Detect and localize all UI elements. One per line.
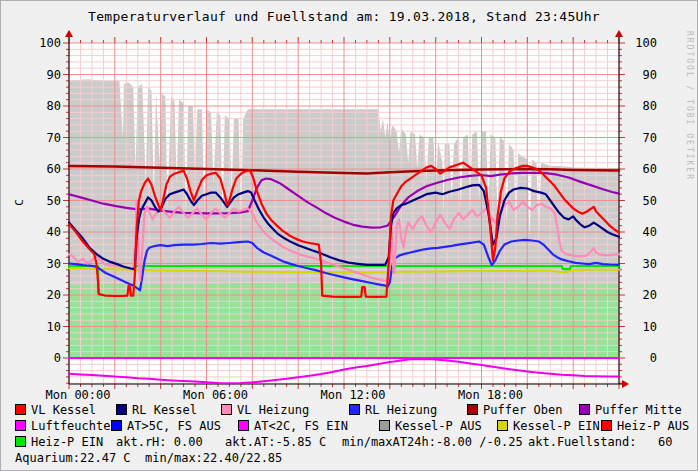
legend-swatch-icon <box>497 420 508 431</box>
y-tick-label: 100 <box>27 36 61 50</box>
legend-label: Puffer Oben <box>483 403 562 417</box>
legend-label: AT>5C, FS AUS <box>127 419 221 433</box>
x-tick-label: Mon 00:00 <box>33 388 123 402</box>
y-tick-label: 90 <box>623 68 657 82</box>
y-tick-label: 30 <box>27 257 61 271</box>
legend-label: Kessel-P AUS <box>395 419 482 433</box>
legend-swatch-icon <box>15 436 26 447</box>
legend-item: AT>5C, FS AUS <box>111 420 221 433</box>
legend-label: akt.Fuellstand: 60 <box>528 435 673 449</box>
legend-label: Heiz-P EIN <box>31 435 103 449</box>
y-tick-label: 60 <box>623 162 657 176</box>
y-tick-label: 100 <box>623 36 657 50</box>
legend-label: RL Heizung <box>365 403 437 417</box>
legend-item: Kessel-P AUS <box>379 420 482 433</box>
legend-swatch-icon <box>349 404 360 415</box>
rrdtool-graph: Temperaturverlauf und Fuellstand am: 19.… <box>0 0 698 471</box>
legend-item: VL Kessel <box>15 404 96 417</box>
legend-swatch-icon <box>379 420 390 431</box>
stat-text: min/maxAT24h:-8.00 /-0.25 <box>342 436 523 449</box>
legend-item: AT<2C, FS EIN <box>238 420 348 433</box>
legend-label: VL Heizung <box>237 403 309 417</box>
stat-text: akt.rH: 0.00 <box>116 436 203 449</box>
y-tick-label: 0 <box>623 351 657 365</box>
legend-swatch-icon <box>221 404 232 415</box>
y-tick-label: 30 <box>623 257 657 271</box>
legend-label: RL Kessel <box>132 403 197 417</box>
legend-swatch-icon <box>579 404 590 415</box>
y-tick-label: 80 <box>27 99 61 113</box>
legend-swatch-icon <box>467 404 478 415</box>
y-tick-label: 40 <box>27 225 61 239</box>
legend-swatch-icon <box>238 420 249 431</box>
legend-item: Puffer Oben <box>467 404 562 417</box>
x-tick-label: Mon 12:00 <box>308 388 398 402</box>
y-tick-label: 50 <box>27 194 61 208</box>
y-tick-label: 10 <box>623 320 657 334</box>
y-tick-label: 90 <box>27 68 61 82</box>
y-tick-label: 40 <box>623 225 657 239</box>
legend-label: Aquarium:22.47 C min/max:22.40/22.85 <box>15 451 282 465</box>
legend-item: RL Heizung <box>349 404 437 417</box>
stat-text: akt.AT:-5.85 C <box>225 436 326 449</box>
y-tick-label: 70 <box>623 131 657 145</box>
legend-label: Heiz-P AUS <box>617 419 689 433</box>
legend-label: akt.AT:-5.85 C <box>225 435 326 449</box>
y-tick-label: 80 <box>623 99 657 113</box>
legend-item: Puffer Mitte <box>579 404 682 417</box>
chart-canvas <box>1 1 698 401</box>
legend-item: Heiz-P AUS <box>601 420 689 433</box>
x-tick-label: Mon 18:00 <box>446 388 536 402</box>
y-tick-label: 20 <box>27 288 61 302</box>
legend-swatch-icon <box>116 404 127 415</box>
legend-swatch-icon <box>15 404 26 415</box>
legend-label: VL Kessel <box>31 403 96 417</box>
legend-label: Puffer Mitte <box>595 403 682 417</box>
legend-item: Kessel-P EIN <box>497 420 600 433</box>
y-tick-label: 60 <box>27 162 61 176</box>
legend-label: Luftfeuchte <box>31 419 110 433</box>
stat-text: Aquarium:22.47 C min/max:22.40/22.85 <box>15 452 282 465</box>
legend-swatch-icon <box>15 420 26 431</box>
y-tick-label: 10 <box>27 320 61 334</box>
legend-item: VL Heizung <box>221 404 309 417</box>
legend-label: AT<2C, FS EIN <box>254 419 348 433</box>
x-tick-label: Mon 06:00 <box>171 388 261 402</box>
stat-text: akt.Fuellstand: 60 <box>528 436 673 449</box>
legend-item: RL Kessel <box>116 404 197 417</box>
legend-label: min/maxAT24h:-8.00 /-0.25 <box>342 435 523 449</box>
y-tick-label: 50 <box>623 194 657 208</box>
y-tick-label: 0 <box>27 351 61 365</box>
legend-label: Kessel-P EIN <box>513 419 600 433</box>
legend-item: Heiz-P EIN <box>15 436 103 449</box>
y-tick-label: 70 <box>27 131 61 145</box>
legend-item: Luftfeuchte <box>15 420 110 433</box>
y-tick-label: 20 <box>623 288 657 302</box>
legend-swatch-icon <box>601 420 612 431</box>
legend-swatch-icon <box>111 420 122 431</box>
legend-label: akt.rH: 0.00 <box>116 435 203 449</box>
